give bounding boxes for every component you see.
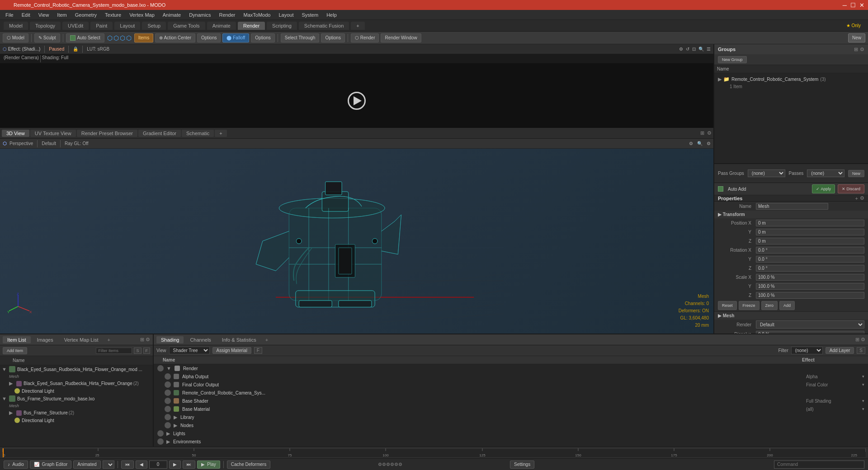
audio-button[interactable]: ♪ Audio bbox=[4, 461, 28, 469]
preview-refresh-icon[interactable]: ↺ bbox=[686, 47, 689, 52]
tool-icon-1[interactable]: ⬡ bbox=[107, 34, 113, 42]
item-row-2-dirlight[interactable]: Directional Light bbox=[0, 417, 153, 424]
tab-add[interactable]: + bbox=[351, 22, 364, 30]
render-select[interactable]: Default bbox=[756, 320, 864, 329]
expand-2-c1[interactable]: ▶ bbox=[9, 410, 14, 416]
shader-tab-channels[interactable]: Channels bbox=[185, 336, 215, 343]
menu-file[interactable]: File bbox=[2, 11, 17, 19]
close-button[interactable]: ✕ bbox=[859, 2, 864, 9]
item-row-1[interactable]: ▼ Black_Eyed_Susan_Rudbeckia_Hirta_Flowe… bbox=[0, 365, 153, 373]
viewport-more-icon[interactable]: ⚙ bbox=[707, 141, 711, 146]
expand-1-c1[interactable]: ▶ bbox=[9, 381, 14, 386]
viewport-settings2-icon[interactable]: ⚙ bbox=[689, 141, 693, 146]
item-row-1-mesh[interactable]: Mesh bbox=[0, 373, 153, 380]
options-2-button[interactable]: Options bbox=[251, 33, 274, 42]
graph-editor-button[interactable]: 📈 Graph Editor bbox=[30, 461, 71, 469]
shader-settings-icon[interactable]: ⚙ bbox=[861, 337, 865, 343]
tab-render[interactable]: Render bbox=[238, 22, 265, 30]
new-button[interactable]: New bbox=[848, 33, 865, 42]
action-center-button[interactable]: ⊕ Action Center bbox=[155, 33, 195, 42]
viewport-tab-schematic[interactable]: Schematic bbox=[182, 130, 214, 137]
position-x-input[interactable] bbox=[756, 220, 864, 226]
menu-animate[interactable]: Animate bbox=[159, 11, 184, 19]
expand-1[interactable]: ▼ bbox=[2, 367, 7, 372]
falloff-button[interactable]: ⬤ Falloff bbox=[222, 33, 249, 42]
add-transform-button[interactable]: Add bbox=[779, 301, 795, 310]
item-list-content[interactable]: ▼ Black_Eyed_Susan_Rudbeckia_Hirta_Flowe… bbox=[0, 365, 153, 446]
freeze-button[interactable]: Freeze bbox=[739, 301, 760, 310]
play-next-button[interactable]: ▶ bbox=[169, 461, 181, 469]
tab-scripting[interactable]: Scripting bbox=[267, 22, 297, 30]
groups-item-row[interactable]: ▶ 📁 Remote_Control_Robotic_Camera_System… bbox=[716, 75, 866, 84]
preview-settings-icon[interactable]: ⚙ bbox=[679, 47, 683, 52]
discard-button[interactable]: ✕ Discard bbox=[838, 184, 864, 193]
color-dropdown[interactable]: ▾ bbox=[862, 382, 864, 387]
item-row-2-child1[interactable]: ▶ Bus_Frame_Structure (2) bbox=[0, 409, 153, 417]
shader-base-material-row[interactable]: Base Material (all) ▾ bbox=[161, 405, 868, 413]
tab-layout[interactable]: Layout bbox=[114, 22, 140, 30]
scale-x-input[interactable] bbox=[756, 274, 864, 281]
name-input[interactable] bbox=[756, 203, 828, 210]
options-1-button[interactable]: Options bbox=[197, 33, 221, 42]
menu-dynamics[interactable]: Dynamics bbox=[185, 11, 214, 19]
assign-material-button[interactable]: Assign Material bbox=[212, 347, 251, 354]
menu-system[interactable]: System bbox=[298, 11, 322, 19]
item-tab-list[interactable]: Item List bbox=[3, 336, 31, 343]
expand-2[interactable]: ▼ bbox=[2, 396, 7, 401]
item-row-1-child1[interactable]: ▶ Black_Eyed_Susan_Rudbeckia_Hirta_Flowe… bbox=[0, 380, 153, 387]
menu-item[interactable]: Item bbox=[53, 11, 70, 19]
item-tab-images[interactable]: Images bbox=[33, 336, 58, 343]
tab-paint[interactable]: Paint bbox=[90, 22, 113, 30]
play-end-button[interactable]: ⏭ bbox=[183, 461, 195, 469]
items-button[interactable]: Items bbox=[134, 33, 153, 42]
tool-icon-2[interactable]: ⬡ bbox=[113, 34, 119, 42]
menu-layout[interactable]: Layout bbox=[275, 11, 297, 19]
sculpt-button[interactable]: ✎ Sculpt bbox=[34, 33, 60, 42]
mesh-section-header[interactable]: ▶ Mesh bbox=[714, 312, 868, 320]
tab-animate[interactable]: Animate bbox=[207, 22, 236, 30]
item-tab-vertex[interactable]: Vertex Map List bbox=[60, 336, 103, 343]
star-only-toggle[interactable]: ★ Only bbox=[846, 23, 861, 28]
shader-content[interactable]: ▼ Render Alpha Output Alpha ▾ bbox=[154, 364, 868, 446]
viewport-tab-preset[interactable]: Render Preset Browser bbox=[77, 130, 137, 137]
properties-settings-icon[interactable]: ⚙ bbox=[860, 195, 864, 201]
item-settings-icon[interactable]: ⚙ bbox=[146, 337, 150, 343]
rotation-x-input[interactable] bbox=[756, 247, 864, 254]
viewport-tab-add[interactable]: + bbox=[215, 130, 226, 137]
play-prev-button[interactable]: ◀ bbox=[136, 461, 147, 469]
menu-help[interactable]: Help bbox=[323, 11, 340, 19]
item-row-2[interactable]: ▼ Bus_Frame_Structure_modo_base.lxo bbox=[0, 395, 153, 403]
shader-tab-add[interactable]: + bbox=[263, 336, 271, 343]
animated-select[interactable] bbox=[103, 461, 114, 469]
item-expand-icon[interactable]: ⊞ bbox=[140, 337, 144, 343]
apply-button[interactable]: ✓ Apply bbox=[812, 184, 835, 193]
viewport-tab-3dview[interactable]: 3D View bbox=[2, 130, 29, 137]
shader-nodes-row[interactable]: ▶ Nodes bbox=[161, 421, 868, 429]
timeline-ruler[interactable]: 0 25 50 75 100 125 150 175 200 225 bbox=[2, 448, 866, 458]
preview-zoom-icon[interactable]: 🔍 bbox=[698, 47, 704, 52]
shader-view-select[interactable]: Shader Tree bbox=[169, 347, 210, 354]
shader-lights-row[interactable]: ▶ Lights bbox=[154, 429, 868, 437]
add-layer-button[interactable]: Add Layer bbox=[826, 347, 854, 354]
maximize-button[interactable]: ☐ bbox=[850, 2, 856, 9]
scale-y-input[interactable] bbox=[756, 283, 864, 290]
groups-expand-icon[interactable]: ⊞ bbox=[854, 47, 858, 52]
play-button[interactable]: ▶ Play bbox=[197, 461, 220, 469]
item-row-2-mesh[interactable]: Mesh bbox=[0, 403, 153, 409]
render-button[interactable]: ⬡ Render bbox=[351, 33, 379, 42]
select-through-button[interactable]: Select Through bbox=[281, 33, 320, 42]
add-item-button[interactable]: Add Item bbox=[3, 347, 27, 354]
base-mat-dropdown[interactable]: ▾ bbox=[862, 407, 864, 411]
passes-select[interactable]: (none) bbox=[807, 169, 844, 177]
tab-uvedit[interactable]: UVEdit bbox=[62, 22, 89, 30]
viewport-search-icon[interactable]: 🔍 bbox=[697, 141, 703, 146]
pass-new-button[interactable]: New bbox=[848, 170, 864, 177]
shader-library-row[interactable]: ▶ Library bbox=[161, 413, 868, 421]
preview-fit-icon[interactable]: ⊡ bbox=[692, 47, 696, 52]
position-y-input[interactable] bbox=[756, 229, 864, 235]
base-shader-dropdown[interactable]: ▾ bbox=[862, 399, 864, 403]
frame-input[interactable] bbox=[149, 461, 167, 469]
viewport-tab-uv[interactable]: UV Texture View bbox=[30, 130, 76, 137]
shader-tab-info[interactable]: Info & Statistics bbox=[217, 336, 261, 343]
menu-edit[interactable]: Edit bbox=[18, 11, 34, 19]
